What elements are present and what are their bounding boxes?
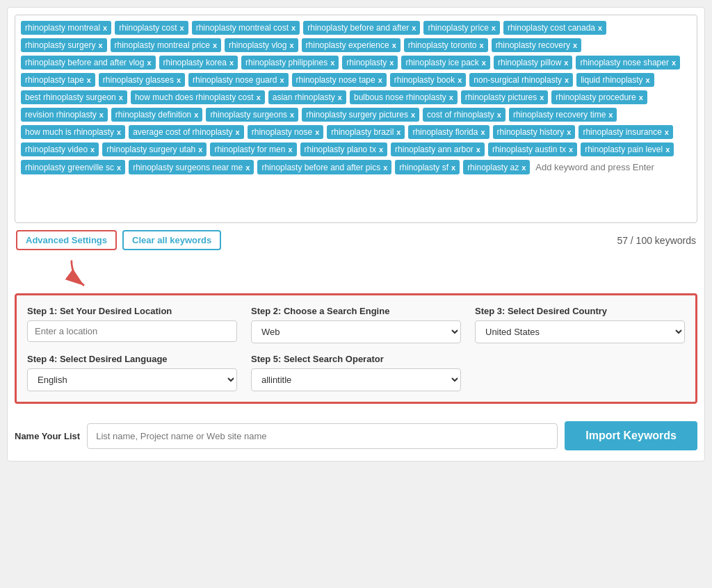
keyword-tag: rhinoplasty montreal costx [192,21,300,35]
keyword-text: rhinoplasty book [394,75,455,85]
remove-keyword-button[interactable]: x [194,111,198,119]
keyword-tag: how much does rhinoplasty costx [131,90,265,104]
remove-keyword-button[interactable]: x [180,24,184,32]
remove-keyword-button[interactable]: x [639,93,643,101]
remove-keyword-button[interactable]: x [480,41,484,49]
remove-keyword-button[interactable]: x [338,93,342,101]
search-engine-select[interactable]: WebImagesNewsVideos [251,320,461,343]
remove-keyword-button[interactable]: x [497,111,501,119]
keyword-tag: how much is rhinoplastyx [21,125,125,139]
keyword-text: non-surgical rhinoplasty [474,75,562,85]
remove-keyword-button[interactable]: x [119,93,123,101]
empty-cell [475,354,685,391]
remove-keyword-button[interactable]: x [449,93,453,101]
remove-keyword-button[interactable]: x [646,76,650,84]
remove-keyword-button[interactable]: x [567,128,571,136]
keyword-text: best rhinoplasty surgeon [25,92,116,102]
keyword-tag: rhinoplasty pillowx [494,56,573,70]
remove-keyword-button[interactable]: x [540,93,544,101]
keyword-tag: rhinoplasty vlogx [225,38,298,52]
remove-keyword-button[interactable]: x [451,163,455,172]
remove-keyword-button[interactable]: x [291,24,296,32]
remove-keyword-button[interactable]: x [117,163,121,172]
keyword-tag: best rhinoplasty surgeonx [21,90,127,104]
remove-keyword-button[interactable]: x [98,41,102,49]
remove-keyword-button[interactable]: x [379,145,383,154]
toolbar-left: Advanced Settings Clear all keywords [16,230,221,250]
search-operator-select[interactable]: allintitleallinurlallintextintitle [251,368,461,391]
keyword-text: rhinoplasty vlog [229,40,286,50]
keyword-tag: rhinoplasty philippinesx [241,56,339,70]
keyword-text: rhinoplasty surgery [25,40,95,50]
remove-keyword-button[interactable]: x [177,76,181,84]
list-name-input[interactable] [87,423,558,449]
keyword-text: revision rhinoplasty [25,110,97,120]
keyword-text: how much is rhinoplasty [25,127,114,137]
keyword-tag: non-surgical rhinoplastyx [469,73,573,87]
remove-keyword-button[interactable]: x [315,128,319,136]
keyword-tag: rhinoplasty costx [115,21,188,35]
remove-keyword-button[interactable]: x [245,163,250,172]
remove-keyword-button[interactable]: x [573,41,577,49]
remove-keyword-button[interactable]: x [492,24,496,32]
keyword-tag: rhinoplasty nosex [248,125,324,139]
keyword-text: rhinoplasty experience [306,40,389,50]
keyword-tag: rhinoplasty pricex [423,21,500,35]
remove-keyword-button[interactable]: x [330,58,334,67]
remove-keyword-button[interactable]: x [378,76,382,84]
step1-label: Step 1: Set Your Desired Location [27,306,237,316]
remove-keyword-button[interactable]: x [87,76,91,84]
remove-keyword-button[interactable]: x [396,128,400,136]
keyword-tag: rhinoplasty montreal pricex [111,38,222,52]
remove-keyword-button[interactable]: x [480,128,485,136]
remove-keyword-button[interactable]: x [198,145,202,154]
keyword-text: cost of rhinoplasty [427,110,494,120]
keyword-tag: rhinoplasty procedurex [551,90,647,104]
remove-keyword-button[interactable]: x [290,111,294,119]
remove-keyword-button[interactable]: x [521,163,526,172]
remove-keyword-button[interactable]: x [411,111,415,119]
keyword-tag: rhinoplasty videox [21,142,99,156]
clear-keywords-button[interactable]: Clear all keywords [122,230,221,250]
remove-keyword-button[interactable]: x [288,145,292,154]
remove-keyword-button[interactable]: x [476,145,480,154]
remove-keyword-button[interactable]: x [90,145,95,154]
keyword-tag: rhinoplasty insurancex [578,125,673,139]
keywords-area[interactable]: rhinoplasty montrealxrhinoplasty costxrh… [15,15,697,223]
remove-keyword-button[interactable]: x [103,24,107,32]
remove-keyword-button[interactable]: x [236,128,240,136]
language-select[interactable]: EnglishSpanishFrenchGerman [27,368,237,391]
remove-keyword-button[interactable]: x [665,128,669,136]
remove-keyword-button[interactable]: x [389,58,394,67]
keyword-text: rhinoplasty nose shaper [580,58,668,67]
remove-keyword-button[interactable]: x [458,76,462,84]
remove-keyword-button[interactable]: x [569,145,573,154]
bottom-bar: Name Your List Import Keywords [15,414,697,454]
remove-keyword-button[interactable]: x [608,111,613,119]
remove-keyword-button[interactable]: x [280,76,284,84]
remove-keyword-button[interactable]: x [565,76,569,84]
remove-keyword-button[interactable]: x [672,58,676,67]
remove-keyword-button[interactable]: x [383,163,387,172]
remove-keyword-button[interactable]: x [289,41,293,49]
remove-keyword-button[interactable]: x [117,128,121,136]
add-keyword-input[interactable] [533,160,672,174]
keyword-text: rhinoplasty pillow [498,58,561,67]
location-input[interactable] [27,320,237,342]
remove-keyword-button[interactable]: x [392,41,396,49]
step3-label: Step 3: Select Desired Country [475,306,685,316]
remove-keyword-button[interactable]: x [412,24,416,32]
remove-keyword-button[interactable]: x [665,145,670,154]
remove-keyword-button[interactable]: x [213,41,217,49]
import-keywords-button[interactable]: Import Keywords [565,421,697,450]
step4-group: Step 4: Select Desired Language EnglishS… [27,354,237,391]
remove-keyword-button[interactable]: x [229,58,234,67]
remove-keyword-button[interactable]: x [564,58,568,67]
remove-keyword-button[interactable]: x [99,111,104,119]
remove-keyword-button[interactable]: x [257,93,261,101]
advanced-settings-button[interactable]: Advanced Settings [16,230,117,250]
remove-keyword-button[interactable]: x [482,58,486,67]
remove-keyword-button[interactable]: x [147,58,151,67]
remove-keyword-button[interactable]: x [598,24,602,32]
country-select[interactable]: United StatesCanadaUnited KingdomAustral… [475,320,685,343]
